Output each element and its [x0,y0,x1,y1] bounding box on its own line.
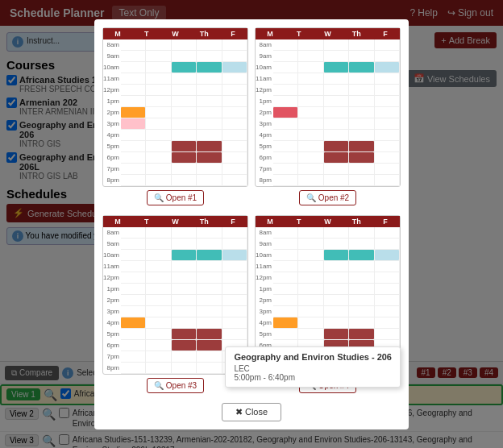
cal-cell-r7-c4 [375,118,400,130]
cal-cell-r4-c1 [298,85,323,96]
cal-block [324,329,348,339]
cal-cell-r11-c3 [197,164,222,175]
cal-cell-r2-c4 [375,62,400,73]
cal-cell-r4-c2 [324,85,349,96]
cal-cell-r9-c4 [375,329,400,340]
cal-cell-r6-c0 [121,107,146,118]
cal-cell-r6-c1 [146,295,171,306]
cal-header-2: MTWThF [256,28,400,39]
open-button-2[interactable]: 🔍 Open #2 [299,190,356,205]
cal-cell-r1-c3 [197,239,222,250]
cal-cell-r1-c0 [273,51,298,62]
cal-block [121,118,145,129]
cal-cell-r5-c1 [298,96,323,107]
cal-cell-r3-c1 [146,261,171,272]
open-button-3[interactable]: 🔍 Open #3 [147,378,204,393]
cal-cell-r3-c1 [298,261,323,272]
cal-cell-r8-c4 [375,317,400,329]
cal-cell-r0-c2 [324,227,349,239]
cal-cell-r1-c0 [121,51,146,62]
cal-cell-r11-c2 [172,164,197,175]
modal-overlay[interactable]: MTWThF 8am 9am 10am 11am 12pm 1pm 2pm 3p… [0,0,503,448]
cal-cell-r8-c0 [273,317,298,329]
cal-cell-r7-c0 [273,118,298,130]
cal-cell-r11-c0 [121,164,146,175]
cal-cell-r7-c3 [197,306,222,317]
cal-cell-r1-c1 [146,51,171,62]
cal-cell-r1-c3 [349,239,374,250]
cal-cell-r12-c2 [324,175,349,186]
cal-cell-r1-c3 [349,51,374,62]
modal-calendar-grid: MTWThF 8am 9am 10am 11am 12pm 1pm 2pm 3p… [102,27,401,396]
cal-cell-r12-c1 [146,363,171,374]
cal-cell-r4-c0 [121,85,146,96]
cal-cell-r10-c3 [197,152,222,164]
cal-cell-r5-c0 [121,284,146,295]
mini-cal-1: MTWThF 8am 9am 10am 11am 12pm 1pm 2pm 3p… [102,27,248,187]
cal-cell-r6-c2 [172,295,197,306]
cal-cell-r8-c0 [273,130,298,141]
cal-cell-r1-c3 [197,51,222,62]
cal-cell-r9-c4 [222,141,247,152]
cal-cell-r4-c3 [197,85,222,96]
cal-cell-r4-c0 [273,272,298,284]
cal-cell-r2-c4 [222,250,247,261]
cal-cell-r10-c4 [375,152,400,164]
cal-cell-r0-c4 [375,227,400,239]
cal-cell-r9-c3 [197,329,222,340]
cal-cell-r8-c2 [172,317,197,329]
cal-cell-r7-c1 [146,306,171,317]
cal-cell-r10-c1 [298,152,323,164]
cal-cell-r9-c4 [375,141,400,152]
cal-cell-r0-c0 [273,39,298,51]
search-icon-2: 🔍 [306,193,316,202]
cal-cell-r11-c4 [222,164,247,175]
cal-cell-r3-c1 [298,73,323,85]
close-button[interactable]: ✖ Close [222,403,281,421]
cal-cell-r2-c4 [222,62,247,73]
tooltip-time: 5:00pm - 6:40pm [234,373,392,382]
cal-cell-r4-c1 [146,85,171,96]
cal-cell-r0-c1 [146,227,171,239]
cal-cell-r9-c1 [146,141,171,152]
search-icon-3: 🔍 [154,381,164,390]
cal-block [375,62,399,73]
open-button-1[interactable]: 🔍 Open #1 [147,190,204,205]
cal-cell-r1-c0 [273,239,298,250]
cal-block [172,152,196,163]
cal-cell-r11-c1 [146,351,171,363]
cal-cell-r4-c0 [273,85,298,96]
cal-cell-r3-c2 [324,261,349,272]
cal-cell-r2-c2 [324,62,349,73]
close-x-icon: ✖ [235,407,243,417]
cal-cell-r0-c0 [121,39,146,51]
cal-cell-r3-c0 [273,73,298,85]
cal-cell-r3-c0 [273,261,298,272]
cal-cell-r10-c1 [146,340,171,351]
cal-cell-r1-c1 [298,239,323,250]
cal-cell-r3-c4 [375,261,400,272]
cal-cell-r11-c2 [324,164,349,175]
cal-cell-r8-c2 [324,130,349,141]
cal-cell-r6-c1 [298,295,323,306]
cal-cell-r5-c3 [349,284,374,295]
cal-cell-r7-c2 [172,118,197,130]
cal-cell-r8-c2 [172,130,197,141]
cal-block [197,340,221,351]
cal-cell-r12-c2 [172,175,197,186]
cal-cell-r6-c1 [298,107,323,118]
cal-cell-r9-c0 [121,329,146,340]
cal-cell-r5-c4 [222,96,247,107]
cal-cell-r9-c1 [298,329,323,340]
cal-cell-r11-c1 [298,164,323,175]
cal-cell-r9-c1 [146,329,171,340]
cal-cell-r2-c0 [273,250,298,261]
cal-cell-r5-c4 [222,284,247,295]
cal-header-1: MTWThF [103,28,247,39]
cal-cell-r11-c3 [349,164,374,175]
cal-cell-r5-c4 [375,284,400,295]
calendar-1: MTWThF 8am 9am 10am 11am 12pm 1pm 2pm 3p… [102,27,248,209]
cal-cell-r4-c4 [222,85,247,96]
cal-cell-r10-c0 [121,340,146,351]
cal-cell-r4-c0 [121,272,146,284]
